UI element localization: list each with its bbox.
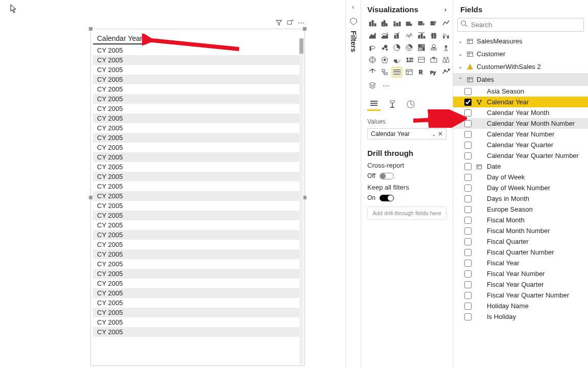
viz-type-button[interactable] — [392, 30, 402, 40]
viz-type-button[interactable] — [441, 30, 451, 40]
viz-type-button[interactable]: Py — [429, 67, 439, 77]
field-checkbox[interactable] — [464, 238, 472, 245]
viz-type-button[interactable] — [367, 67, 378, 77]
table-row[interactable]: CY 2005 — [93, 327, 302, 337]
remove-field-button[interactable]: ✕ — [438, 130, 443, 137]
table-row[interactable]: CY 2005 — [93, 84, 302, 94]
table-row[interactable]: CY 2005 — [93, 113, 302, 123]
table-row[interactable]: CY 2005 — [93, 220, 302, 230]
table-row[interactable]: CY 2005 — [93, 230, 302, 240]
viz-type-button[interactable] — [404, 67, 414, 77]
table-row[interactable]: CY 2005 — [93, 152, 302, 162]
table-visual[interactable]: ⋯ Calendar Year CY 2005CY 2005CY 2005CY … — [90, 29, 305, 366]
field-item[interactable]: Day of Week Number — [453, 182, 588, 193]
field-item[interactable]: Fiscal Year Number — [453, 268, 588, 279]
field-checkbox[interactable] — [464, 131, 472, 138]
table-row[interactable]: CY 2005 — [93, 172, 302, 181]
viz-type-button[interactable] — [367, 18, 378, 28]
field-item[interactable]: Fiscal Year Quarter — [453, 279, 588, 290]
viz-type-button[interactable] — [392, 67, 402, 77]
viz-type-button[interactable] — [416, 55, 427, 65]
search-input[interactable] — [457, 18, 584, 32]
viz-type-button[interactable] — [416, 30, 427, 40]
field-options-button[interactable]: ⌄ — [432, 131, 436, 137]
more-visuals-icon[interactable]: ⋯ — [381, 80, 391, 90]
table-item[interactable]: ⌄!CustomerWithSales 2 — [453, 60, 588, 73]
table-row[interactable]: CY 2005 — [93, 94, 302, 104]
field-item[interactable]: Europe Season — [453, 204, 588, 215]
table-row[interactable]: CY 2005 — [93, 317, 302, 327]
scrollbar[interactable] — [299, 38, 303, 364]
field-item[interactable]: Days in Month — [453, 193, 588, 204]
viz-type-button[interactable] — [392, 55, 402, 65]
viz-type-button[interactable] — [380, 42, 390, 53]
field-checkbox[interactable] — [464, 313, 472, 320]
viz-type-button[interactable] — [380, 67, 390, 77]
field-item[interactable]: Calendar Year — [453, 97, 588, 107]
expand-filters-button[interactable]: ‹ — [346, 0, 361, 14]
field-item[interactable]: Calendar Year Month Number — [453, 118, 588, 129]
viz-type-button[interactable] — [392, 42, 402, 53]
drill-through-drop-zone[interactable]: Add drill-through fields here — [367, 206, 446, 220]
field-item[interactable]: Holiday Name — [453, 301, 588, 311]
viz-type-button[interactable] — [416, 42, 427, 53]
field-item[interactable]: Fiscal Month Number — [453, 225, 588, 236]
field-item[interactable]: Fiscal Quarter — [453, 236, 588, 247]
viz-type-button[interactable] — [380, 55, 390, 65]
field-checkbox[interactable] — [464, 163, 472, 170]
table-column-header[interactable]: Calendar Year — [93, 33, 147, 44]
field-item[interactable]: Asia Season — [453, 86, 588, 97]
field-checkbox[interactable] — [464, 88, 472, 95]
viz-type-button[interactable]: 123 — [404, 55, 414, 65]
field-checkbox[interactable] — [464, 120, 472, 127]
table-row[interactable]: CY 2005 — [93, 65, 302, 75]
field-checkbox[interactable] — [464, 227, 472, 235]
field-item[interactable]: Is Holiday — [453, 311, 588, 322]
viz-type-button[interactable] — [429, 18, 439, 28]
table-item[interactable]: ⌄Customer — [453, 48, 588, 60]
custom-visuals-icon[interactable] — [367, 80, 378, 90]
table-row[interactable]: CY 2005 — [93, 279, 302, 288]
format-tab[interactable] — [386, 98, 399, 111]
keep-filters-toggle[interactable]: On — [367, 194, 446, 201]
field-checkbox[interactable] — [464, 292, 472, 299]
table-row[interactable]: CY 2005 — [93, 55, 302, 65]
viz-type-button[interactable]: R — [416, 67, 427, 77]
table-row[interactable]: CY 2005 — [93, 133, 302, 143]
field-item[interactable]: Calendar Year Quarter Number — [453, 150, 588, 161]
viz-type-button[interactable] — [404, 30, 414, 40]
viz-type-button[interactable] — [441, 18, 451, 28]
field-checkbox[interactable] — [464, 260, 472, 267]
table-row[interactable]: CY 2005 — [93, 201, 302, 211]
viz-type-button[interactable] — [380, 30, 390, 40]
table-row[interactable]: CY 2005 — [93, 288, 302, 298]
table-row[interactable]: CY 2005 — [93, 162, 302, 172]
field-item[interactable]: Calendar Year Month — [453, 107, 588, 118]
viz-type-button[interactable] — [429, 42, 439, 53]
table-row[interactable]: CY 2005 — [93, 211, 302, 220]
field-item[interactable]: Calendar Year Number — [453, 129, 588, 140]
more-icon[interactable]: ⋯ — [298, 19, 304, 28]
viz-type-button[interactable] — [441, 42, 451, 53]
field-item[interactable]: Fiscal Year — [453, 258, 588, 268]
table-row[interactable]: CY 2005 — [93, 308, 302, 317]
fields-tab[interactable] — [367, 98, 381, 111]
table-item[interactable]: ⌃Dates — [453, 73, 588, 86]
table-row[interactable]: CY 2005 — [93, 259, 302, 269]
field-checkbox[interactable] — [464, 195, 472, 202]
viz-type-button[interactable] — [441, 55, 451, 65]
viz-type-button[interactable] — [380, 18, 390, 28]
table-row[interactable]: CY 2005 — [93, 75, 302, 84]
table-row[interactable]: CY 2005 — [93, 191, 302, 201]
table-row[interactable]: CY 2005 — [93, 104, 302, 113]
viz-type-button[interactable] — [441, 67, 451, 77]
viz-type-button[interactable] — [404, 18, 414, 28]
table-row[interactable]: CY 2005 — [93, 249, 302, 259]
viz-type-button[interactable] — [392, 18, 402, 28]
filter-icon[interactable] — [275, 19, 283, 28]
field-item[interactable]: Fiscal Year Quarter Number — [453, 290, 588, 301]
field-checkbox[interactable] — [464, 217, 472, 224]
scroll-thumb[interactable] — [299, 38, 303, 54]
field-checkbox[interactable] — [464, 152, 472, 159]
field-checkbox[interactable] — [464, 185, 472, 192]
